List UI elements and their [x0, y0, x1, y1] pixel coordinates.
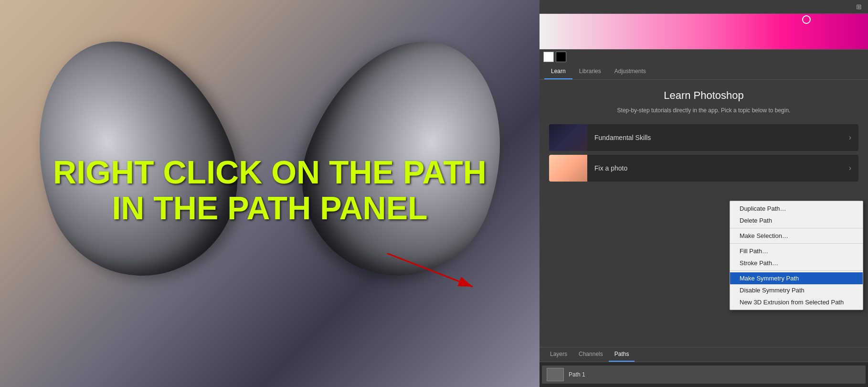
- svg-line-1: [387, 253, 473, 287]
- path-thumb: [547, 368, 564, 381]
- overlay-line1: RIGHT CLICK ON THE PATH: [53, 154, 487, 190]
- paths-tabs: Layers Channels Paths: [540, 347, 868, 362]
- learn-subtitle: Step-by-step tutorials directly in the a…: [549, 107, 858, 115]
- panel-tabs: Learn Libraries Adjustments: [540, 64, 868, 80]
- menu-item-new-3d-extrusion[interactable]: New 3D Extrusion from Selected Path: [730, 296, 863, 308]
- tab-adjustments[interactable]: Adjustments: [608, 64, 653, 79]
- tutorial-chevron-2: ›: [842, 164, 858, 172]
- context-menu-section-3: Fill Path… Stroke Path…: [730, 244, 863, 271]
- context-menu-section-4: Make Symmetry Path Disable Symmetry Path…: [730, 271, 863, 310]
- learn-title: Learn Photoshop: [549, 89, 858, 102]
- color-picker-circle[interactable]: [802, 15, 811, 24]
- tab-channels[interactable]: Channels: [573, 347, 609, 362]
- swatch-white[interactable]: [543, 52, 554, 62]
- menu-item-stroke-path[interactable]: Stroke Path…: [730, 257, 863, 269]
- tab-layers[interactable]: Layers: [544, 347, 573, 362]
- context-menu-section-2: Make Selection…: [730, 228, 863, 244]
- tutorial-item-fundamental[interactable]: Fundamental Skills ›: [549, 124, 858, 151]
- path-row-1[interactable]: Path 1: [542, 366, 866, 384]
- tab-learn[interactable]: Learn: [544, 64, 572, 79]
- tab-paths[interactable]: Paths: [609, 347, 635, 362]
- tutorial-thumb-2: [549, 155, 587, 182]
- menu-item-disable-symmetry-path[interactable]: Disable Symmetry Path: [730, 284, 863, 296]
- menu-item-make-symmetry-path[interactable]: Make Symmetry Path: [730, 272, 863, 284]
- tutorial-thumb-1: [549, 124, 587, 151]
- tutorial-label-2: Fix a photo: [587, 164, 842, 172]
- tutorial-item-fix-photo[interactable]: Fix a photo ›: [549, 155, 858, 182]
- context-menu-section-1: Duplicate Path… Delete Path: [730, 201, 863, 228]
- panel-icon-1[interactable]: ⊞: [854, 1, 864, 12]
- canvas-image: RIGHT CLICK ON THE PATH IN THE PATH PANE…: [0, 0, 540, 387]
- menu-item-duplicate-path[interactable]: Duplicate Path…: [730, 203, 863, 215]
- path-name: Path 1: [569, 371, 585, 378]
- right-panel: ⊞ Learn Libraries Adjustments Learn Phot…: [540, 0, 868, 387]
- context-menu: Duplicate Path… Delete Path Make Selecti…: [730, 201, 863, 310]
- tutorial-label-1: Fundamental Skills: [587, 134, 842, 141]
- paths-section: Layers Channels Paths Path 1: [540, 347, 868, 387]
- menu-item-make-selection[interactable]: Make Selection…: [730, 230, 863, 242]
- color-picker-area[interactable]: [540, 14, 868, 50]
- swatch-black[interactable]: [556, 52, 566, 62]
- swatches-row: [540, 50, 868, 64]
- paths-panel-body: Path 1: [540, 362, 868, 387]
- tab-libraries[interactable]: Libraries: [572, 64, 608, 79]
- tutorial-chevron-1: ›: [842, 133, 858, 142]
- overlay-line2: IN THE PATH PANEL: [53, 190, 487, 226]
- canvas-area: RIGHT CLICK ON THE PATH IN THE PATH PANE…: [0, 0, 540, 387]
- menu-item-delete-path[interactable]: Delete Path: [730, 215, 863, 226]
- panel-icons-row: ⊞: [540, 0, 868, 14]
- menu-item-fill-path[interactable]: Fill Path…: [730, 245, 863, 257]
- canvas-overlay-text: RIGHT CLICK ON THE PATH IN THE PATH PANE…: [53, 154, 487, 226]
